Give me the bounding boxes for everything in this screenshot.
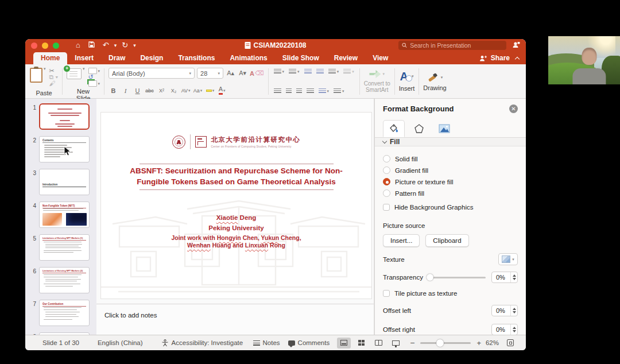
undo-icon[interactable]: ↶: [103, 39, 109, 52]
bullets-button[interactable]: ▾: [273, 68, 286, 76]
undo-dropdown-icon[interactable]: ▾: [114, 39, 117, 52]
grow-font-button[interactable]: A▴: [226, 68, 235, 78]
effects-tab[interactable]: [408, 120, 430, 137]
fit-slide-button[interactable]: [503, 338, 517, 348]
convert-smartart-icon[interactable]: [369, 70, 381, 78]
picture-texture-fill-option[interactable]: Picture or texture fill: [383, 178, 518, 185]
tile-picture-option[interactable]: Tile picture as texture: [383, 290, 518, 297]
slide-author[interactable]: Xiaotie Deng: [101, 214, 371, 221]
slide-layout-icon[interactable]: [88, 68, 97, 74]
thumbnail-slide-2[interactable]: 2 Contents: [25, 136, 96, 162]
slide-affiliation[interactable]: Peking University: [101, 224, 371, 231]
superscript-button[interactable]: X²: [157, 86, 166, 95]
thumbnail-preview[interactable]: Our Contribution: [39, 300, 90, 326]
tab-design[interactable]: Design: [133, 52, 170, 64]
redo-icon[interactable]: ↻: [122, 39, 128, 52]
gradient-fill-option[interactable]: Gradient fill: [383, 166, 518, 174]
thumbnail-slide-8[interactable]: 8: [25, 332, 96, 335]
thumbnail-slide-3[interactable]: 3 Introduction: [25, 169, 96, 195]
normal-view-button[interactable]: [337, 338, 351, 348]
thumbnail-slide-5[interactable]: 5 Limitations of Existing NFT Markets (1…: [25, 234, 96, 261]
tab-draw[interactable]: Draw: [101, 52, 133, 64]
zoom-knob[interactable]: [436, 339, 444, 347]
zoom-level[interactable]: 62%: [486, 339, 499, 346]
collapse-ribbon-icon[interactable]: [515, 56, 520, 61]
slideshow-view-button[interactable]: [389, 338, 402, 348]
comments-toggle[interactable]: Comments: [288, 339, 330, 346]
zoom-in-button[interactable]: +: [476, 339, 481, 347]
stepper-icon[interactable]: [510, 305, 517, 316]
underline-button[interactable]: U: [133, 86, 142, 95]
transparency-spinbox[interactable]: 0%: [491, 272, 518, 283]
reading-view-button[interactable]: [371, 338, 385, 348]
subscript-button[interactable]: X₂: [169, 86, 179, 95]
font-name-combo[interactable]: Arial (Body) ▾: [108, 68, 195, 79]
align-right-button[interactable]: [295, 87, 303, 95]
checkbox-icon[interactable]: [383, 290, 390, 297]
close-window-button[interactable]: [31, 42, 37, 49]
language-selector[interactable]: English (China): [98, 339, 143, 346]
change-case-button[interactable]: Aa▾: [193, 86, 203, 95]
slide-title[interactable]: ABSNFT: Securitization and Repurchase Sc…: [101, 166, 371, 188]
highlight-color-button[interactable]: ▾: [205, 86, 215, 95]
search-box[interactable]: [398, 41, 506, 50]
customize-toolbar-icon[interactable]: ▾: [133, 39, 136, 52]
bold-button[interactable]: B: [108, 86, 118, 95]
radio-icon[interactable]: [383, 166, 390, 174]
thumbnail-preview[interactable]: Contents: [39, 136, 90, 162]
slide-joint-work-line1[interactable]: Joint work with Hongyin Chen, Yukun Chen…: [101, 234, 371, 241]
tab-view[interactable]: View: [365, 52, 396, 64]
tab-insert[interactable]: Insert: [67, 52, 101, 64]
share-button[interactable]: Share: [479, 54, 519, 64]
thumbnail-preview[interactable]: Limitations of Existing NFT Markets (1): [39, 234, 90, 261]
insert-picture-button[interactable]: Insert...: [383, 234, 420, 247]
tab-transitions[interactable]: Transitions: [170, 52, 222, 64]
font-size-combo[interactable]: 28 ▾: [197, 68, 223, 79]
zoom-slider[interactable]: [420, 342, 471, 344]
radio-icon[interactable]: [383, 155, 390, 162]
thumbnail-preview[interactable]: Limitations of Existing NFT Markets (2): [39, 267, 90, 293]
tab-home[interactable]: Home: [33, 52, 67, 64]
notes-area[interactable]: Click to add notes: [96, 304, 374, 335]
insert-text-icon[interactable]: A: [400, 71, 408, 82]
insert-label[interactable]: Insert: [399, 85, 415, 92]
save-icon[interactable]: [88, 39, 95, 52]
align-left-button[interactable]: [273, 87, 282, 95]
search-input[interactable]: [410, 42, 503, 49]
zoom-window-button[interactable]: [53, 42, 59, 49]
decrease-indent-button[interactable]: [303, 68, 313, 76]
transparency-slider[interactable]: [428, 277, 486, 278]
columns-button[interactable]: ▾: [342, 68, 355, 76]
thumbnail-slide-6[interactable]: 6 Limitations of Existing NFT Markets (2…: [25, 267, 96, 293]
account-presence-icon[interactable]: [512, 40, 520, 51]
slide-joint-work-line2[interactable]: Wenhan Huang and Linxuan Rong: [101, 242, 371, 249]
new-slide-dropdown-icon[interactable]: ▾: [83, 67, 85, 71]
format-painter-icon[interactable]: 🖌: [49, 80, 59, 87]
panel-close-icon[interactable]: ✕: [509, 104, 518, 113]
paste-icon[interactable]: [30, 68, 42, 83]
thumbnail-preview[interactable]: Introduction: [39, 169, 90, 195]
thumbnail-preview[interactable]: [39, 332, 90, 335]
text-direction-button[interactable]: ▾: [317, 87, 331, 95]
line-spacing-button[interactable]: ▾: [327, 68, 340, 76]
solid-fill-option[interactable]: Solid fill: [383, 155, 518, 162]
thumbnail-preview[interactable]: [39, 103, 90, 130]
tab-slide-show[interactable]: Slide Show: [275, 52, 327, 64]
texture-picker-button[interactable]: ▾: [498, 253, 518, 265]
convert-smartart-label[interactable]: Convert toSmartArt: [364, 80, 390, 93]
stepper-icon[interactable]: [510, 272, 517, 282]
home-icon[interactable]: ⌂: [76, 39, 80, 52]
slide-counter[interactable]: Slide 1 of 30: [42, 339, 79, 346]
tab-animations[interactable]: Animations: [222, 52, 274, 64]
paste-dropdown-icon[interactable]: ▾: [44, 67, 46, 71]
pattern-fill-option[interactable]: Pattern fill: [383, 189, 518, 197]
thumbnail-slide-1[interactable]: 1: [25, 103, 96, 130]
add-section-icon[interactable]: [88, 80, 97, 87]
slide-sorter-view-button[interactable]: [354, 338, 368, 348]
thumbnail-slide-7[interactable]: 7 Our Contribution: [25, 300, 96, 326]
drawing-label[interactable]: Drawing: [423, 84, 446, 91]
new-slide-icon[interactable]: +: [67, 68, 82, 79]
drawing-brush-icon[interactable]: [427, 72, 439, 83]
character-spacing-button[interactable]: AV▾: [181, 86, 191, 95]
accessibility-status[interactable]: Accessibility: Investigate: [161, 339, 243, 347]
